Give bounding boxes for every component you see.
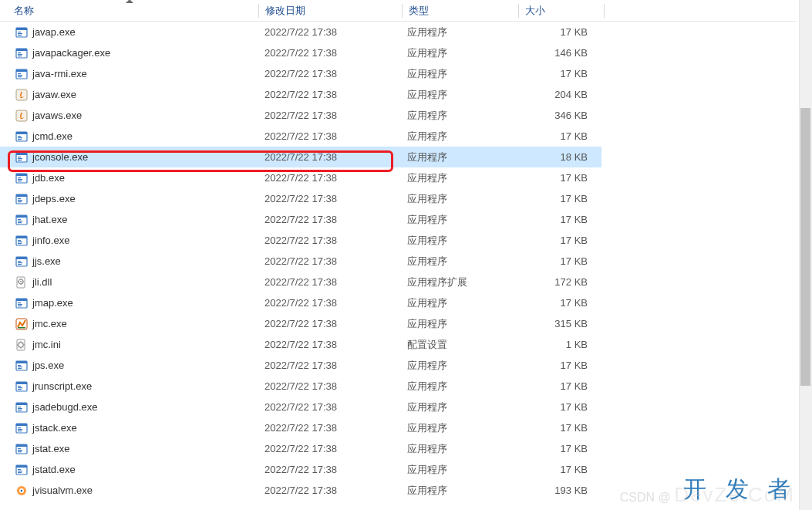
file-type-cell: 应用程序 [401, 438, 517, 459]
file-row[interactable]: jhat.exe2022/7/22 17:38应用程序17 KB [0, 209, 797, 230]
file-name-label: jstat.exe [32, 443, 69, 454]
svg-rect-1 [16, 28, 27, 30]
column-separator[interactable] [604, 4, 605, 18]
svg-rect-87 [18, 450, 22, 451]
file-name-cell: javaw.exe [0, 84, 258, 105]
file-size-cell: 17 KB [517, 167, 601, 188]
file-type-cell: 应用程序 [401, 313, 517, 334]
column-header-date[interactable]: 修改日期 [259, 0, 402, 21]
file-row[interactable]: java-rmi.exe2022/7/22 17:38应用程序17 KB [0, 63, 797, 84]
svg-rect-40 [18, 221, 22, 221]
file-size-cell: 346 KB [517, 105, 601, 126]
file-type-cell: 应用程序 [401, 417, 517, 438]
svg-rect-76 [18, 407, 21, 407]
svg-rect-29 [18, 177, 21, 178]
file-size-cell: 146 KB [517, 42, 601, 63]
column-header-size[interactable]: 大小 [519, 0, 604, 21]
column-header-name[interactable]: 名称 [0, 0, 258, 21]
svg-rect-39 [18, 219, 21, 220]
file-name-cell: jhat.exe [0, 209, 258, 230]
file-row[interactable]: jsadebugd.exe2022/7/22 17:38应用程序17 KB [0, 397, 797, 417]
file-name-label: javap.exe [32, 26, 76, 38]
file-name-cell: javaws.exe [0, 105, 258, 126]
column-type-label: 类型 [409, 4, 429, 18]
file-name-label: javapackager.exe [32, 47, 110, 59]
file-date-cell: 2022/7/22 17:38 [258, 355, 401, 376]
file-row[interactable]: javaw.exe2022/7/22 17:38应用程序204 KB [0, 84, 797, 105]
file-row[interactable]: jmap.exe2022/7/22 17:38应用程序17 KB [0, 292, 797, 313]
file-type-cell: 应用程序 [401, 251, 517, 272]
vertical-scrollbar-thumb[interactable] [800, 108, 810, 386]
file-row[interactable]: jli.dll2022/7/22 17:38应用程序扩展172 KB [0, 272, 797, 292]
svg-rect-8 [18, 54, 22, 55]
file-size-cell: 17 KB [517, 22, 601, 42]
file-name-cell: jli.dll [0, 272, 258, 292]
vertical-scrollbar-track[interactable] [799, 0, 812, 510]
file-date-cell: 2022/7/22 17:38 [258, 63, 401, 84]
file-name-cell: jmc.ini [0, 334, 258, 355]
file-date-cell: 2022/7/22 17:38 [258, 292, 401, 313]
svg-rect-78 [18, 410, 22, 410]
svg-rect-30 [18, 179, 22, 180]
file-date-cell: 2022/7/22 17:38 [258, 272, 401, 292]
file-name-label: javaw.exe [32, 89, 76, 100]
file-name-label: jdb.exe [32, 172, 65, 184]
file-row[interactable]: jstat.exe2022/7/22 17:38应用程序17 KB [0, 438, 797, 459]
java-icon [15, 110, 28, 122]
file-name-label: jmc.ini [32, 339, 61, 350]
file-date-cell: 2022/7/22 17:38 [258, 459, 401, 480]
file-name-cell: jstack.exe [0, 417, 258, 438]
exe-icon [15, 130, 28, 143]
file-row[interactable]: jmc.ini2022/7/22 17:38配置设置1 KB [0, 334, 797, 355]
svg-rect-4 [18, 35, 22, 35]
exe-icon [15, 443, 28, 455]
file-name-cell: jstatd.exe [0, 459, 258, 480]
exe-icon [15, 26, 28, 39]
svg-rect-86 [18, 448, 21, 449]
svg-rect-2 [18, 32, 21, 32]
exe-icon [15, 422, 28, 434]
file-row[interactable]: javap.exe2022/7/22 17:38应用程序17 KB [0, 22, 797, 42]
column-header-type[interactable]: 类型 [403, 0, 518, 21]
file-row[interactable]: javapackager.exe2022/7/22 17:38应用程序146 K… [0, 42, 797, 63]
svg-rect-14 [18, 76, 22, 77]
svg-rect-92 [18, 471, 22, 471]
svg-rect-43 [16, 236, 27, 238]
exe-icon [15, 193, 28, 205]
file-row[interactable]: jjs.exe2022/7/22 17:38应用程序17 KB [0, 251, 797, 272]
file-name-cell: jsadebugd.exe [0, 397, 258, 417]
file-size-cell: 17 KB [517, 376, 601, 397]
file-size-cell: 204 KB [517, 84, 601, 105]
file-type-cell: 应用程序 [401, 126, 517, 147]
file-size-cell: 17 KB [517, 355, 601, 376]
file-row[interactable]: jconsole.exe2022/7/22 17:38应用程序18 KB [0, 147, 797, 167]
svg-rect-16 [16, 110, 27, 121]
file-name-cell: jmc.exe [0, 313, 258, 334]
svg-rect-77 [18, 408, 22, 409]
ini-icon [15, 339, 28, 351]
svg-rect-49 [18, 261, 21, 262]
file-name-cell: jjs.exe [0, 251, 258, 272]
file-row[interactable]: javaws.exe2022/7/22 17:38应用程序346 KB [0, 105, 797, 126]
file-size-cell: 172 KB [517, 272, 601, 292]
file-row[interactable]: jcmd.exe2022/7/22 17:38应用程序17 KB [0, 126, 797, 147]
file-row[interactable]: jps.exe2022/7/22 17:38应用程序17 KB [0, 355, 797, 376]
file-name-cell: jvisualvm.exe [0, 480, 258, 501]
file-row[interactable]: jmc.exe2022/7/22 17:38应用程序315 KB [0, 313, 797, 334]
svg-rect-11 [16, 69, 27, 72]
file-name-cell: jinfo.exe [0, 230, 258, 251]
svg-rect-50 [18, 262, 22, 263]
file-type-cell: 应用程序 [401, 42, 517, 63]
svg-rect-88 [18, 451, 22, 452]
file-row[interactable]: jdeps.exe2022/7/22 17:38应用程序17 KB [0, 188, 797, 209]
svg-rect-15 [16, 90, 27, 100]
file-row[interactable]: jvisualvm.exe2022/7/22 17:38应用程序193 KB [0, 480, 797, 501]
file-row[interactable]: jinfo.exe2022/7/22 17:38应用程序17 KB [0, 230, 797, 251]
svg-rect-7 [18, 52, 21, 53]
file-row[interactable]: jdb.exe2022/7/22 17:38应用程序17 KB [0, 167, 797, 188]
file-name-cell: jcmd.exe [0, 126, 258, 147]
file-row[interactable]: jstatd.exe2022/7/22 17:38应用程序17 KB [0, 459, 797, 480]
file-row[interactable]: jstack.exe2022/7/22 17:38应用程序17 KB [0, 417, 797, 438]
svg-rect-45 [18, 241, 22, 242]
file-row[interactable]: jrunscript.exe2022/7/22 17:38应用程序17 KB [0, 376, 797, 397]
